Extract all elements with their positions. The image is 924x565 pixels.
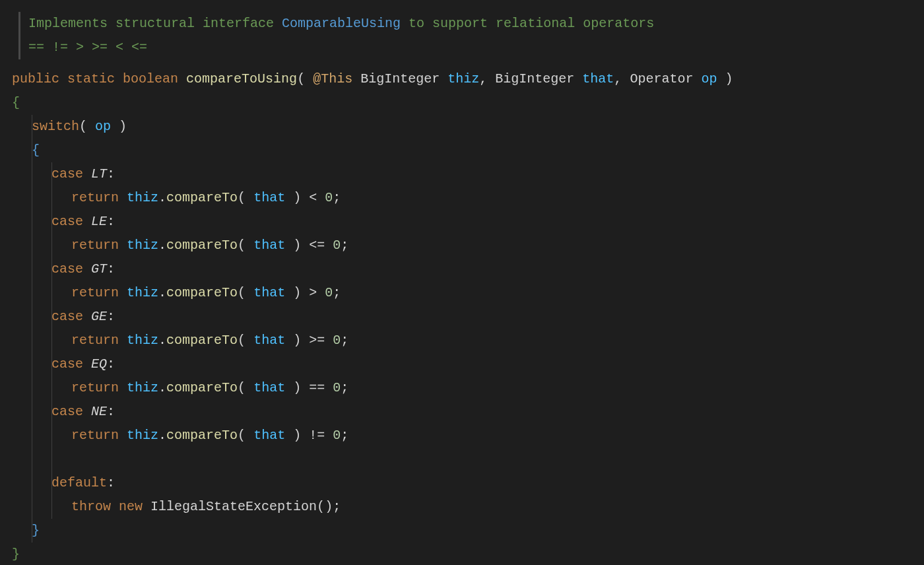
return-statement: return thiz.compareTo( that ) >= 0; — [12, 329, 912, 352]
comment-line-1: Implements structural interface Comparab… — [28, 12, 912, 36]
switch-open-brace: { — [12, 139, 912, 162]
case-label: case GT: — [12, 257, 912, 281]
switch-statement: switch( op ) — [12, 115, 912, 139]
return-statement: return thiz.compareTo( that ) > 0; — [12, 281, 912, 305]
case-label: case EQ: — [12, 352, 912, 376]
code-editor[interactable]: Implements structural interface Comparab… — [12, 12, 912, 565]
method-signature: public static boolean compareToUsing( @T… — [12, 67, 912, 91]
close-brace: } — [12, 543, 912, 565]
case-label: case LE: — [12, 210, 912, 234]
return-statement: return thiz.compareTo( that ) < 0; — [12, 186, 912, 210]
return-statement: return thiz.compareTo( that ) <= 0; — [12, 234, 912, 257]
case-label: case GE: — [12, 305, 912, 329]
throw-statement: throw new IllegalStateException(); — [12, 495, 912, 519]
case-label: case NE: — [12, 400, 912, 424]
case-label: case LT: — [12, 162, 912, 186]
doc-comment: Implements structural interface Comparab… — [18, 12, 912, 59]
default-case: default: — [12, 471, 912, 495]
open-brace: { — [12, 91, 912, 115]
switch-close-brace: } — [12, 519, 912, 543]
comment-line-2: == != > >= < <= — [28, 36, 912, 59]
return-statement: return thiz.compareTo( that ) == 0; — [12, 376, 912, 400]
blank-line — [12, 448, 912, 471]
return-statement: return thiz.compareTo( that ) != 0; — [12, 424, 912, 448]
